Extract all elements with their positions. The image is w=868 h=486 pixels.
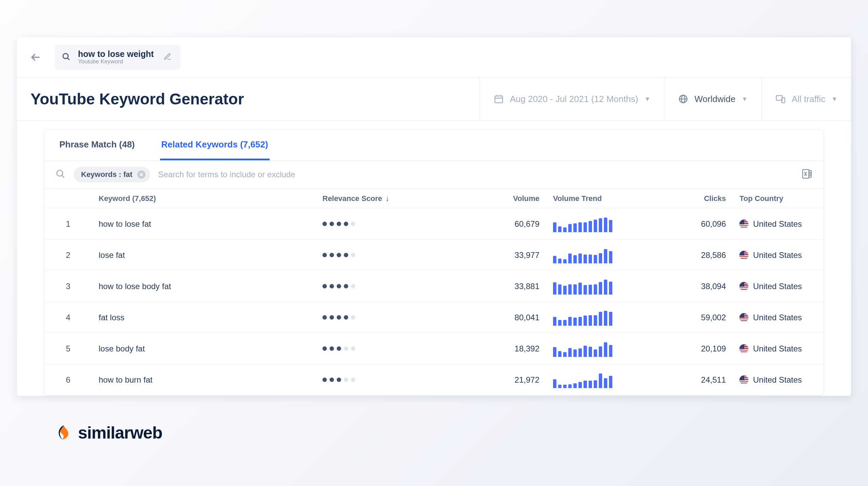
row-index: 2 — [44, 250, 92, 260]
relevance-dots — [322, 346, 428, 351]
country-cell: United States — [733, 282, 824, 291]
keyword-cell: how to lose body fat — [92, 282, 316, 291]
row-index: 1 — [44, 219, 92, 229]
edit-icon[interactable] — [163, 53, 172, 62]
traffic-filter[interactable]: All traffic ▼ — [761, 78, 851, 120]
volume-cell: 80,041 — [434, 313, 546, 322]
chevron-down-icon: ▼ — [644, 96, 650, 103]
country-cell: United States — [733, 250, 824, 260]
table-header: Keyword (7,652) Relevance Score↓ Volume … — [44, 189, 824, 208]
table-row[interactable]: 1how to lose fat60,67960,096United State… — [44, 208, 824, 240]
search-icon — [62, 52, 71, 62]
keyword-cell: lose fat — [92, 250, 316, 260]
relevance-cell — [316, 346, 434, 351]
filter-chip[interactable]: Keywords : fat ✕ — [74, 167, 150, 182]
export-excel-button[interactable] — [801, 168, 813, 181]
date-range-label: Aug 2020 - Jul 2021 (12 Months) — [510, 94, 638, 104]
trend-cell — [546, 372, 638, 388]
table-row[interactable]: 3how to lose body fat33,88138,094United … — [44, 271, 824, 302]
table-row[interactable]: 2lose fat33,97728,586United States — [44, 240, 824, 271]
country-cell: United States — [733, 344, 824, 353]
col-clicks[interactable]: Clicks — [638, 194, 733, 203]
trend-sparkline — [553, 278, 631, 295]
relevance-dots — [322, 315, 428, 320]
similarweb-logo-icon — [55, 424, 73, 442]
col-relevance[interactable]: Relevance Score↓ — [316, 194, 434, 203]
heading-row: YouTube Keyword Generator Aug 2020 - Jul… — [17, 78, 851, 121]
col-country[interactable]: Top Country — [733, 194, 824, 203]
date-range-filter[interactable]: Aug 2020 - Jul 2021 (12 Months) ▼ — [479, 78, 664, 120]
keyword-cell: how to burn fat — [92, 375, 316, 385]
country-name: United States — [753, 375, 802, 385]
search-icon — [55, 169, 65, 180]
table-filter-row: Keywords : fat ✕ — [44, 161, 824, 189]
volume-cell: 33,881 — [434, 282, 546, 291]
back-button[interactable] — [28, 50, 42, 64]
keyword-type: Youtube Keyword — [78, 58, 154, 65]
country-name: United States — [753, 344, 802, 353]
keyword-cell: how to lose fat — [92, 219, 316, 229]
keyword-cell: fat loss — [92, 313, 316, 322]
country-cell: United States — [733, 375, 824, 385]
arrow-left-icon — [29, 52, 41, 63]
globe-icon — [678, 94, 688, 104]
tab-phrase-match[interactable]: Phrase Match (48) — [58, 130, 136, 160]
chevron-down-icon: ▼ — [831, 96, 837, 103]
clicks-cell: 24,511 — [638, 375, 733, 385]
volume-cell: 21,972 — [434, 375, 546, 385]
us-flag-icon — [739, 251, 748, 260]
relevance-cell — [316, 315, 434, 320]
trend-sparkline — [553, 372, 631, 388]
clicks-cell: 28,586 — [638, 250, 733, 260]
trend-cell — [546, 247, 638, 263]
results-card: Phrase Match (48) Related Keywords (7,65… — [44, 129, 824, 396]
svg-point-1 — [63, 54, 68, 59]
trend-cell — [546, 309, 638, 326]
relevance-cell — [316, 222, 434, 226]
filter-input[interactable] — [158, 170, 793, 179]
svg-point-12 — [57, 170, 63, 177]
table-body: 1how to lose fat60,67960,096United State… — [44, 208, 824, 396]
svg-line-2 — [67, 58, 70, 60]
filter-chip-label: Keywords : fat — [81, 170, 133, 179]
row-index: 6 — [44, 375, 92, 385]
trend-cell — [546, 341, 638, 357]
chevron-down-icon: ▼ — [742, 96, 748, 103]
remove-chip-icon[interactable]: ✕ — [137, 170, 145, 179]
region-filter[interactable]: Worldwide ▼ — [664, 78, 761, 120]
col-volume[interactable]: Volume — [434, 194, 546, 203]
col-keyword[interactable]: Keyword (7,652) — [92, 194, 316, 203]
trend-sparkline — [553, 341, 631, 357]
relevance-dots — [322, 378, 428, 382]
country-cell: United States — [733, 219, 824, 229]
table-row[interactable]: 4fat loss80,04159,002United States — [44, 302, 824, 333]
row-index: 4 — [44, 313, 92, 322]
brand-footer: similarweb — [17, 396, 851, 443]
tab-bar: Phrase Match (48) Related Keywords (7,65… — [44, 130, 824, 161]
keyword-query: how to lose weight — [78, 49, 154, 58]
keyword-pill[interactable]: how to lose weight Youtube Keyword — [55, 45, 180, 70]
svg-rect-10 — [776, 96, 782, 100]
volume-cell: 18,392 — [434, 344, 546, 353]
brand-name: similarweb — [78, 423, 162, 443]
devices-icon — [775, 94, 786, 104]
calendar-icon — [494, 94, 504, 104]
relevance-cell — [316, 253, 434, 257]
clicks-cell: 38,094 — [638, 282, 733, 291]
relevance-cell — [316, 378, 434, 382]
trend-cell — [546, 278, 638, 295]
volume-cell: 33,977 — [434, 250, 546, 260]
tab-related-keywords[interactable]: Related Keywords (7,652) — [160, 130, 270, 160]
region-label: Worldwide — [694, 94, 735, 104]
relevance-dots — [322, 284, 428, 288]
us-flag-icon — [739, 313, 748, 322]
us-flag-icon — [739, 220, 748, 228]
country-cell: United States — [733, 313, 824, 322]
relevance-cell — [316, 284, 434, 288]
row-index: 5 — [44, 344, 92, 353]
table-row[interactable]: 6how to burn fat21,97224,511United State… — [44, 364, 824, 396]
svg-line-13 — [62, 176, 64, 178]
table-row[interactable]: 5lose body fat18,39220,109United States — [44, 333, 824, 364]
trend-sparkline — [553, 309, 631, 326]
col-trend[interactable]: Volume Trend — [546, 194, 638, 203]
